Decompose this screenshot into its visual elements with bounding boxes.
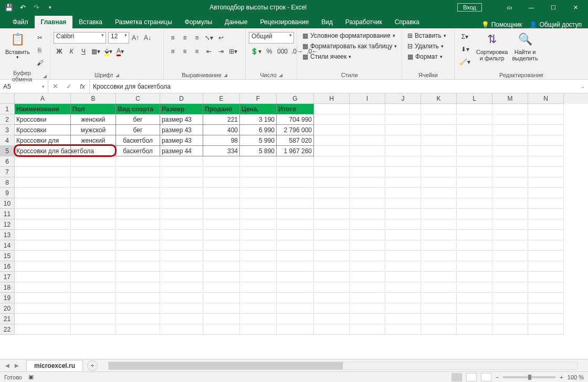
cell[interactable]: 587 020	[277, 135, 314, 146]
tab-help[interactable]: Справка	[388, 16, 426, 28]
cell[interactable]	[350, 219, 385, 230]
cell[interactable]	[350, 240, 385, 251]
cell[interactable]	[457, 240, 492, 251]
cell[interactable]	[203, 230, 240, 240]
cell[interactable]	[160, 251, 203, 261]
align-right-icon[interactable]: ≡	[191, 46, 203, 57]
cell[interactable]	[71, 209, 116, 219]
cell[interactable]	[492, 125, 528, 135]
horizontal-scrollbar[interactable]	[108, 362, 578, 370]
cell[interactable]	[385, 251, 421, 261]
cell[interactable]	[314, 135, 350, 146]
cell[interactable]: 5 890	[240, 146, 277, 156]
cell[interactable]	[492, 188, 528, 198]
bold-button[interactable]: Ж	[54, 46, 65, 57]
row-header-11[interactable]: 11	[0, 209, 15, 219]
col-header-H[interactable]: H	[314, 93, 350, 104]
cell[interactable]	[457, 135, 492, 146]
italic-button[interactable]: К	[66, 46, 77, 57]
cell[interactable]	[71, 156, 116, 167]
cell[interactable]	[528, 177, 564, 188]
cell[interactable]	[421, 198, 457, 209]
cell-styles-button[interactable]: ▦Стили ячеек▾	[300, 52, 353, 61]
cell[interactable]	[15, 240, 71, 251]
ribbon-options-icon[interactable]: ▭	[499, 0, 520, 15]
cell[interactable]	[160, 293, 203, 303]
expand-formula-bar-icon[interactable]: ⌄	[578, 80, 588, 93]
cell[interactable]	[492, 261, 528, 272]
underline-button[interactable]: Ч	[78, 46, 89, 57]
cell[interactable]	[350, 293, 385, 303]
tab-review[interactable]: Рецензирование	[254, 16, 315, 28]
row-header-12[interactable]: 12	[0, 219, 15, 230]
cell[interactable]	[15, 251, 71, 261]
cell[interactable]	[116, 240, 160, 251]
cell[interactable]	[492, 272, 528, 282]
tell-me-button[interactable]: 💡Помощник	[481, 21, 522, 28]
cell[interactable]: 3 190	[240, 114, 277, 125]
col-header-L[interactable]: L	[457, 93, 492, 104]
cell[interactable]: Продано	[203, 104, 240, 114]
close-icon[interactable]: ✕	[565, 0, 586, 15]
cell[interactable]	[492, 198, 528, 209]
cell[interactable]	[528, 282, 564, 293]
cell[interactable]	[528, 272, 564, 282]
cell[interactable]	[385, 135, 421, 146]
cell[interactable]	[15, 219, 71, 230]
row-header-15[interactable]: 15	[0, 251, 15, 261]
cell[interactable]	[71, 272, 116, 282]
cell[interactable]	[314, 261, 350, 272]
cell[interactable]	[385, 272, 421, 282]
cell[interactable]	[314, 114, 350, 125]
cell[interactable]	[314, 293, 350, 303]
cell[interactable]	[71, 188, 116, 198]
cell[interactable]	[277, 230, 314, 240]
cell[interactable]: размер 44	[160, 146, 203, 156]
cell[interactable]	[385, 167, 421, 177]
clear-icon[interactable]: 🧹▾	[458, 56, 472, 68]
font-size-select[interactable]: 12	[108, 32, 129, 44]
sheet-tab[interactable]: microexcel.ru	[26, 360, 83, 371]
col-header-M[interactable]: M	[492, 93, 528, 104]
orientation-icon[interactable]: ⤡▾	[203, 32, 215, 44]
cell[interactable]	[15, 272, 71, 282]
cell[interactable]	[350, 261, 385, 272]
cell[interactable]	[385, 314, 421, 324]
cell[interactable]	[492, 104, 528, 114]
cell[interactable]: Кроссовки	[15, 114, 71, 125]
cell[interactable]	[492, 282, 528, 293]
cell[interactable]	[15, 314, 71, 324]
cell[interactable]	[15, 293, 71, 303]
cell[interactable]	[421, 104, 457, 114]
cell[interactable]	[160, 156, 203, 167]
cell[interactable]	[350, 198, 385, 209]
cell[interactable]	[240, 251, 277, 261]
find-select-button[interactable]: 🔍 Найти и выделить	[510, 30, 540, 62]
cell[interactable]	[71, 146, 116, 156]
cell[interactable]	[457, 261, 492, 272]
alignment-dialog-icon[interactable]: ◢	[224, 72, 227, 78]
cell[interactable]: 704 990	[277, 114, 314, 125]
cell[interactable]: женский	[71, 135, 116, 146]
cell[interactable]	[457, 209, 492, 219]
cell[interactable]	[492, 314, 528, 324]
currency-icon[interactable]: 💲▾	[249, 46, 263, 57]
cell[interactable]	[71, 314, 116, 324]
sort-filter-button[interactable]: ⇅ Сортировка и фильтр	[474, 30, 510, 62]
sheet-nav-next-icon[interactable]: ▶	[13, 363, 21, 368]
cell[interactable]: 2 796 000	[277, 125, 314, 135]
cell[interactable]	[528, 240, 564, 251]
cell[interactable]	[203, 314, 240, 324]
cell[interactable]: размер 43	[160, 125, 203, 135]
cell[interactable]	[116, 188, 160, 198]
cell[interactable]: 5 990	[240, 135, 277, 146]
cell[interactable]	[421, 209, 457, 219]
cell[interactable]	[528, 167, 564, 177]
cell[interactable]	[350, 188, 385, 198]
cell[interactable]	[528, 125, 564, 135]
cell[interactable]	[240, 198, 277, 209]
cell[interactable]	[240, 324, 277, 335]
row-header-19[interactable]: 19	[0, 293, 15, 303]
cell[interactable]	[71, 303, 116, 314]
cell[interactable]	[277, 282, 314, 293]
